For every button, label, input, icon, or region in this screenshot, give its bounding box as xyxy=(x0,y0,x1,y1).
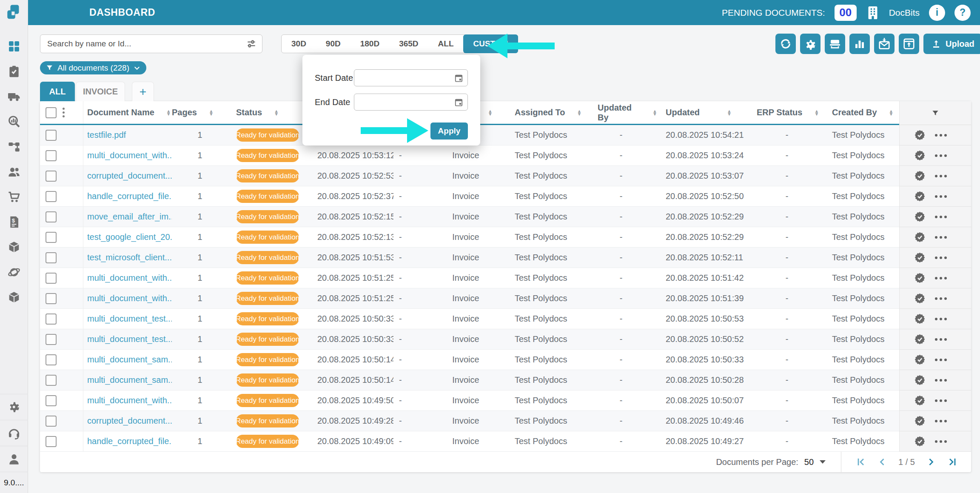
sidebar-item-orders[interactable] xyxy=(7,190,21,204)
scanner-button[interactable] xyxy=(825,34,845,54)
refresh-button[interactable] xyxy=(775,34,796,54)
help-icon[interactable]: ? xyxy=(954,5,971,21)
document-name-link[interactable]: handle_corrupted_file... xyxy=(87,436,172,446)
row-more-options[interactable] xyxy=(935,297,947,300)
validate-badge-icon[interactable] xyxy=(914,191,926,202)
column-updated-by[interactable]: Updated By xyxy=(598,103,641,123)
kebab-menu-icon[interactable] xyxy=(63,108,65,117)
document-name-link[interactable]: multi_document_test... xyxy=(87,334,172,344)
first-page-icon[interactable] xyxy=(856,457,866,467)
sidebar-item-integrations[interactable] xyxy=(7,265,21,279)
sort-icon[interactable]: ▲▼ xyxy=(652,110,657,116)
tab-invoice[interactable]: INVOICE xyxy=(76,82,125,101)
filter-sliders-icon[interactable] xyxy=(246,38,257,49)
row-checkbox[interactable] xyxy=(46,211,57,222)
row-more-options[interactable] xyxy=(935,399,947,402)
start-date-field[interactable] xyxy=(354,69,468,86)
sidebar-item-dashboard[interactable] xyxy=(7,40,21,53)
document-name-link[interactable]: test_microsoft_client... xyxy=(87,253,172,262)
row-checkbox[interactable] xyxy=(46,436,57,447)
row-checkbox[interactable] xyxy=(46,191,57,202)
sidebar-item-products[interactable] xyxy=(7,291,21,304)
column-created-by[interactable]: Created By xyxy=(832,108,877,117)
column-assigned-to[interactable]: Assigned To xyxy=(515,108,565,117)
document-name-link[interactable]: multi_document_with... xyxy=(87,396,172,405)
document-name-link[interactable]: move_email_after_im... xyxy=(87,212,172,221)
row-checkbox[interactable] xyxy=(46,273,57,284)
row-checkbox[interactable] xyxy=(46,150,57,161)
validate-badge-icon[interactable] xyxy=(914,231,926,243)
document-name-link[interactable]: multi_document_test... xyxy=(87,314,172,323)
filter-all[interactable]: ALL xyxy=(428,35,464,53)
end-date-field[interactable] xyxy=(354,94,468,111)
select-all-checkbox[interactable] xyxy=(46,107,57,118)
validate-badge-icon[interactable] xyxy=(914,395,926,406)
tab-all[interactable]: ALL xyxy=(40,82,75,101)
sort-icon[interactable]: ▲▼ xyxy=(209,110,214,116)
row-more-options[interactable] xyxy=(935,175,947,177)
row-more-options[interactable] xyxy=(935,154,947,157)
import-mail-button[interactable] xyxy=(874,34,895,54)
sidebar-item-invoices[interactable]: $ xyxy=(7,215,21,229)
sort-icon[interactable]: ▲▼ xyxy=(727,110,732,116)
sort-icon[interactable]: ▲▼ xyxy=(488,110,493,116)
sidebar-item-users[interactable] xyxy=(7,165,21,179)
row-more-options[interactable] xyxy=(935,440,947,443)
row-more-options[interactable] xyxy=(935,379,947,382)
calendar-icon[interactable] xyxy=(454,97,464,107)
row-more-options[interactable] xyxy=(935,338,947,341)
sidebar-item-profile[interactable] xyxy=(0,446,28,472)
sidebar-item-shipping[interactable] xyxy=(7,90,21,103)
last-page-icon[interactable] xyxy=(947,457,957,467)
add-tab-button[interactable]: + xyxy=(132,82,154,101)
document-name-link[interactable]: testfile.pdf xyxy=(87,130,126,140)
settings-button[interactable] xyxy=(800,34,820,54)
validate-badge-icon[interactable] xyxy=(914,374,926,386)
document-name-link[interactable]: handle_corrupted_file... xyxy=(87,191,172,201)
row-checkbox[interactable] xyxy=(46,334,57,345)
all-documents-filter-chip[interactable]: All documents (228) xyxy=(40,61,146,74)
document-name-link[interactable]: corrupted_document... xyxy=(87,171,172,180)
row-checkbox[interactable] xyxy=(46,354,57,365)
row-more-options[interactable] xyxy=(935,195,947,198)
row-checkbox[interactable] xyxy=(46,313,57,325)
validate-badge-icon[interactable] xyxy=(914,333,926,345)
row-more-options[interactable] xyxy=(935,318,947,320)
sidebar-item-packages[interactable] xyxy=(7,240,21,254)
filter-365d[interactable]: 365D xyxy=(389,35,428,53)
row-more-options[interactable] xyxy=(935,236,947,239)
validate-badge-icon[interactable] xyxy=(914,436,926,447)
validate-badge-icon[interactable] xyxy=(914,170,926,182)
app-logo[interactable] xyxy=(0,0,28,25)
upload-button[interactable]: Upload xyxy=(923,34,980,54)
end-date-input[interactable] xyxy=(359,98,450,107)
previous-page-icon[interactable] xyxy=(877,457,887,467)
sort-icon[interactable]: ▲▼ xyxy=(814,110,819,116)
column-status[interactable]: Status xyxy=(236,108,262,117)
search-input[interactable] xyxy=(47,39,246,48)
sidebar-item-analytics-search[interactable] xyxy=(7,115,21,128)
column-pages[interactable]: Pages xyxy=(172,108,197,117)
apply-button[interactable]: Apply xyxy=(430,123,468,140)
row-checkbox[interactable] xyxy=(46,293,57,304)
row-checkbox[interactable] xyxy=(46,416,57,427)
sort-icon[interactable]: ▲▼ xyxy=(889,110,894,116)
row-more-options[interactable] xyxy=(935,359,947,361)
filter-180d[interactable]: 180D xyxy=(350,35,389,53)
validate-badge-icon[interactable] xyxy=(914,415,926,427)
sort-icon[interactable]: ▲▼ xyxy=(166,110,171,116)
actions-column-header[interactable] xyxy=(899,101,971,125)
document-name-link[interactable]: multi_document_with... xyxy=(87,151,172,160)
statistics-button[interactable] xyxy=(849,34,870,54)
next-page-icon[interactable] xyxy=(926,457,936,467)
start-date-input[interactable] xyxy=(359,74,450,83)
validate-badge-icon[interactable] xyxy=(914,354,926,365)
row-more-options[interactable] xyxy=(935,420,947,422)
row-checkbox[interactable] xyxy=(46,232,57,243)
row-checkbox[interactable] xyxy=(46,252,57,263)
sort-icon[interactable]: ▲▼ xyxy=(274,110,279,116)
validate-badge-icon[interactable] xyxy=(914,129,926,141)
sidebar-item-tasks[interactable] xyxy=(7,65,21,78)
validate-badge-icon[interactable] xyxy=(914,272,926,284)
sidebar-item-support[interactable] xyxy=(0,420,28,446)
